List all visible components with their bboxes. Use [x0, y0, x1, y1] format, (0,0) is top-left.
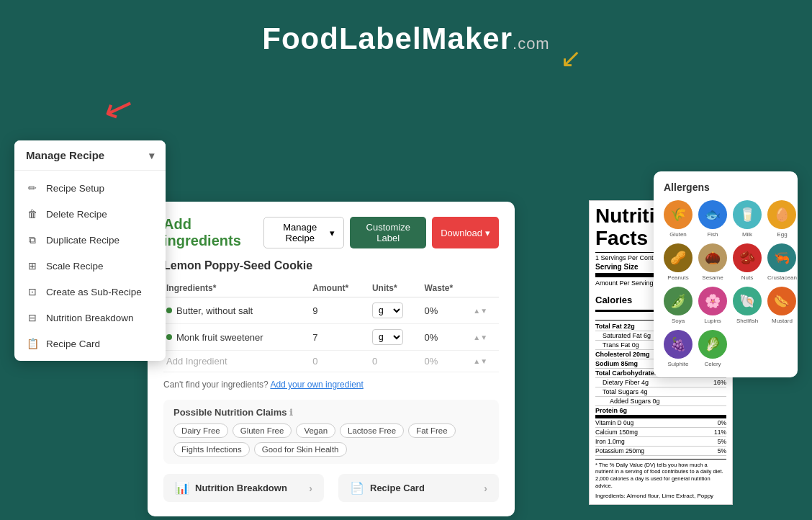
allergen-label-egg: Egg: [777, 231, 787, 238]
nf-row-label: Added Sugars 0g: [610, 398, 660, 405]
allergens-panel: Allergens 🌾 Gluten 🐟 Fish 🥛 Milk 🥚 Egg 🥜…: [654, 171, 798, 377]
logo-domain: .com: [513, 35, 550, 53]
mustard-icon: 🌭: [767, 287, 796, 315]
menu-item-recipe-setup[interactable]: ✏ Recipe Setup: [14, 175, 166, 201]
stepper-control[interactable]: ▲▼: [473, 357, 496, 365]
nutrition-breakdown-link[interactable]: 📊 Nutrition Breakdown ›: [163, 474, 324, 502]
nf-vitamin-row: Potassium 250mg 5%: [595, 447, 726, 456]
ingredient-name-text: Monk fruit sweetener: [176, 332, 263, 343]
vitamin-value: 5%: [718, 438, 726, 445]
customize-label-button[interactable]: Customize Label: [350, 217, 426, 248]
menu-item-create-sub-recipe[interactable]: ⊡ Create as Sub-Recipe: [14, 279, 166, 305]
add-ingredient-label[interactable]: Add Ingredient: [163, 351, 310, 372]
scale-icon: ⊞: [26, 259, 39, 272]
stepper-control[interactable]: ▲▼: [473, 333, 496, 341]
panel-header: Add ingredients Manage Recipe ▾ Customiz…: [163, 216, 499, 249]
allergen-label-soya: Soya: [672, 318, 685, 324]
claim-tag: Lactose Free: [340, 423, 404, 438]
manage-recipe-button-label: Manage Recipe: [273, 222, 327, 243]
vitamin-value: 5%: [718, 447, 726, 454]
stepper-control[interactable]: ▲▼: [473, 307, 496, 315]
vitamin-label: Vitamin D 0ug: [595, 419, 633, 426]
fish-icon: 🐟: [698, 200, 727, 229]
nf-row-protein: Protein 6g: [595, 406, 726, 418]
nf-row-label: Saturated Fat 6g: [603, 332, 651, 339]
nf-vitamin-row: Calcium 150mg 11%: [595, 428, 726, 437]
download-button[interactable]: Download ▾: [432, 217, 499, 248]
allergen-item-mustard: 🌭 Mustard: [767, 287, 797, 324]
page-header: FoodLabelMaker.com: [0, 0, 812, 71]
col-header-amount: Amount*: [310, 279, 369, 297]
ingredient-amount[interactable]: 7: [310, 324, 369, 351]
nf-row-label: Sodium 85mg: [595, 360, 638, 367]
recipe-card-link[interactable]: 📄 Recipe Card ›: [338, 474, 499, 502]
yellow-arrow-decoration: ↙: [560, 43, 582, 73]
nf-row-added-sugars: Added Sugars 0g: [595, 397, 726, 406]
green-dot-icon: [166, 334, 172, 340]
celery-icon: 🥬: [698, 330, 727, 359]
ingredients-table: Ingredients* Amount* Units* Waste* Butte…: [163, 279, 499, 372]
add-own-ingredient-link[interactable]: Add your own ingredient: [270, 380, 363, 390]
green-dot-icon: [166, 308, 172, 313]
unit-select[interactable]: g oz lb: [372, 302, 403, 318]
site-logo: FoodLabelMaker.com: [0, 22, 812, 56]
allergen-item-soya: 🫛 Soya: [664, 287, 693, 324]
ingredient-name-text: Butter, without salt: [176, 305, 253, 316]
nutrition-claims-label: Possible Nutrition Claims ℹ: [173, 407, 489, 418]
menu-item-delete-recipe[interactable]: 🗑 Delete Recipe: [14, 201, 166, 227]
allergen-label-fish: Fish: [707, 231, 718, 238]
nf-row-label: Cholesterol 20mg: [595, 351, 650, 358]
unit-select[interactable]: g oz lb: [372, 329, 403, 345]
cant-find-ingredients: Can't find your ingredients? Add your ow…: [163, 380, 499, 390]
add-ingredient-waste: 0%: [422, 351, 471, 372]
allergen-label-peanuts: Peanuts: [667, 274, 688, 281]
milk-icon: 🥛: [733, 200, 762, 229]
breakdown-icon: ⊟: [26, 311, 39, 324]
table-row: Butter, without salt 9 g oz lb 0% ▲▼: [163, 297, 499, 324]
nf-row-total-sugars: Total Sugars 4g: [595, 387, 726, 397]
menu-item-label: Recipe Setup: [46, 183, 104, 194]
soya-icon: 🫛: [664, 287, 693, 315]
claim-tag: Good for Skin Health: [254, 442, 347, 457]
crustacean-icon: 🦐: [767, 243, 796, 272]
sulphite-icon: 🍇: [664, 330, 693, 359]
col-header-waste: Waste*: [422, 279, 471, 297]
menu-item-scale-recipe[interactable]: ⊞ Scale Recipe: [14, 253, 166, 279]
menu-item-nutrition-breakdown[interactable]: ⊟ Nutrition Breakdown: [14, 305, 166, 331]
table-row: Monk fruit sweetener 7 g oz lb 0% ▲▼: [163, 324, 499, 351]
lupins-icon: 🌸: [698, 287, 727, 315]
claim-tag: Gluten Free: [233, 423, 292, 438]
manage-recipe-label: Manage Recipe: [26, 149, 104, 161]
peanuts-icon: 🥜: [664, 243, 693, 272]
allergen-item-lupins: 🌸 Lupins: [698, 287, 727, 324]
recipe-panel: Add ingredients Manage Recipe ▾ Customiz…: [148, 202, 515, 516]
pencil-icon: ✏: [26, 181, 39, 194]
chevron-down-icon: ▾: [330, 228, 335, 238]
allergen-label-shellfish: Shellfish: [736, 318, 758, 324]
allergen-label-gluten: Gluten: [669, 231, 687, 238]
allergen-label-lupins: Lupins: [704, 318, 721, 324]
nutrition-ingredients: Ingredients: Almond flour, Lime Extract,…: [595, 492, 726, 500]
nutrition-breakdown-label: Nutrition Breakdown: [195, 483, 287, 493]
link-left: 📊 Nutrition Breakdown: [175, 481, 287, 495]
claim-tag: Vegan: [296, 423, 335, 438]
chevron-down-icon: ▾: [149, 150, 154, 161]
trash-icon: 🗑: [26, 207, 39, 220]
menu-item-duplicate-recipe[interactable]: ⧉ Duplicate Recipe: [14, 227, 166, 253]
ingredient-amount[interactable]: 9: [310, 297, 369, 324]
manage-recipe-dropdown-header[interactable]: Manage Recipe ▾: [14, 140, 166, 171]
menu-item-label: Delete Recipe: [46, 209, 107, 220]
chart-icon: 📊: [175, 481, 189, 495]
add-ingredient-amount: 0: [310, 351, 369, 372]
shellfish-icon: 🐚: [733, 287, 762, 315]
chevron-right-icon: ›: [309, 483, 312, 494]
nf-row-label: Dietary Fiber 4g: [603, 379, 649, 386]
menu-item-recipe-card[interactable]: 📋 Recipe Card: [14, 331, 166, 357]
add-ingredient-row[interactable]: Add Ingredient 0 0 0% ▲▼: [163, 351, 499, 372]
vitamin-label: Calcium 150mg: [595, 429, 638, 436]
manage-recipe-button[interactable]: Manage Recipe ▾: [263, 217, 344, 248]
nf-vitamin-row: Iron 1.0mg 5%: [595, 437, 726, 447]
link-left: 📄 Recipe Card: [350, 481, 425, 495]
info-icon: ℹ: [289, 408, 293, 418]
claim-tag: Dairy Free: [173, 423, 228, 438]
